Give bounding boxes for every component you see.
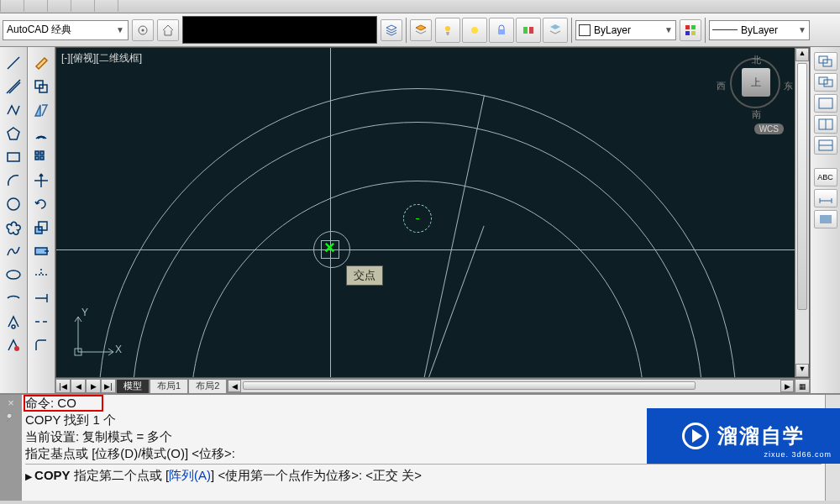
- workspace-settings-button[interactable]: [132, 19, 154, 41]
- svg-rect-10: [691, 31, 696, 35]
- svg-point-2: [445, 26, 450, 31]
- svg-rect-30: [819, 98, 832, 108]
- wrench-icon[interactable]: [4, 411, 18, 424]
- svg-point-15: [14, 346, 19, 351]
- scroll-down-button[interactable]: ▼: [795, 364, 809, 377]
- viewport-label[interactable]: [-][俯视][二维线框]: [61, 51, 142, 66]
- chevron-down-icon: ▼: [664, 25, 673, 34]
- svg-rect-28: [819, 77, 827, 84]
- scroll-thumb[interactable]: [797, 63, 807, 310]
- rectangle-tool[interactable]: [3, 146, 24, 168]
- spline-tool[interactable]: [3, 240, 24, 262]
- hscroll-right-button[interactable]: ▶: [780, 380, 794, 392]
- tab-last-button[interactable]: ▶|: [101, 379, 116, 393]
- array-tool[interactable]: [30, 146, 52, 168]
- move-tool[interactable]: [30, 170, 52, 192]
- watermark-sub: zixue. 3d66.com: [764, 450, 832, 459]
- erase-tool[interactable]: [30, 52, 52, 74]
- ucs-icon: X Y: [71, 308, 122, 362]
- break-tool[interactable]: [30, 311, 52, 333]
- draw-toolbar: [0, 47, 28, 393]
- mirror-tool[interactable]: [30, 99, 52, 121]
- tab-prev-button[interactable]: ◀: [71, 379, 86, 393]
- lineweight-label: ByLayer: [741, 24, 778, 36]
- arc-tool[interactable]: [3, 170, 24, 192]
- svg-rect-19: [40, 151, 44, 155]
- viewcube-east: 东: [784, 80, 793, 92]
- layer-on-button[interactable]: [435, 18, 460, 43]
- polyline-tool[interactable]: [3, 99, 24, 121]
- offset-tool[interactable]: [30, 123, 52, 144]
- home-button[interactable]: [157, 19, 179, 41]
- close-icon[interactable]: ×: [8, 396, 14, 409]
- scroll-up-button[interactable]: ▲: [795, 48, 809, 61]
- right-toolbar: ABC: [810, 47, 840, 393]
- color-picker-button[interactable]: [680, 19, 701, 41]
- drawing-canvas[interactable]: [-][俯视][二维线框] × 交点 X Y: [55, 47, 810, 378]
- rotate-tool[interactable]: [30, 193, 52, 215]
- layer-match-button[interactable]: [543, 18, 568, 43]
- layer-freeze-button[interactable]: [462, 18, 487, 43]
- trim-tool[interactable]: [30, 264, 52, 286]
- layer-properties-button[interactable]: [410, 19, 432, 41]
- text-style-button[interactable]: ABC: [814, 168, 837, 186]
- vertical-scrollbar[interactable]: ▲ ▼: [795, 48, 809, 377]
- command-bar-handle[interactable]: ×: [0, 395, 22, 501]
- layer-manager-button[interactable]: [381, 19, 402, 41]
- insert-block-tool[interactable]: [3, 311, 24, 333]
- workspace-dropdown[interactable]: AutoCAD 经典 ▼: [3, 20, 129, 40]
- make-block-tool[interactable]: [3, 334, 24, 356]
- wcs-badge[interactable]: WCS: [754, 123, 784, 134]
- ellipse-arc-tool[interactable]: [3, 287, 24, 309]
- polygon-tool[interactable]: [3, 123, 24, 144]
- viewport-clip-button[interactable]: [814, 136, 837, 155]
- scale-tool[interactable]: [30, 217, 52, 239]
- viewcube-top-face[interactable]: 上: [742, 68, 770, 97]
- tab-layout1[interactable]: 布局1: [150, 379, 188, 393]
- window-tile-button[interactable]: [814, 52, 837, 71]
- horizontal-scrollbar[interactable]: ◀ ▶: [227, 379, 795, 393]
- stretch-tool[interactable]: [30, 240, 52, 262]
- revision-cloud-tool[interactable]: [3, 217, 24, 239]
- viewcube-south: 南: [752, 108, 761, 121]
- cmd-line-5b: 指定第二个点或 [: [71, 468, 170, 482]
- tab-next-button[interactable]: ▶: [86, 379, 101, 393]
- color-swatch-icon: [579, 24, 591, 36]
- cmd-line-5a: COPY: [34, 468, 71, 482]
- tab-first-button[interactable]: |◀: [55, 379, 71, 393]
- viewcube-north: 北: [752, 54, 761, 66]
- snap-marker-icon: ×: [324, 237, 335, 259]
- window-cascade-button[interactable]: [814, 73, 837, 92]
- tab-model[interactable]: 模型: [116, 379, 150, 393]
- hscroll-left-button[interactable]: ◀: [228, 380, 241, 392]
- dimension-style-button[interactable]: [814, 189, 837, 207]
- viewcube[interactable]: 北 南 东 西 上: [718, 56, 794, 85]
- line-tool[interactable]: [3, 52, 24, 74]
- layout-quick-button[interactable]: ▦: [795, 379, 810, 393]
- svg-rect-4: [498, 29, 505, 34]
- ellipse-tool[interactable]: [3, 264, 24, 286]
- fillet-tool[interactable]: [30, 334, 52, 356]
- layer-lock-button[interactable]: [489, 18, 514, 43]
- circle-tool[interactable]: [3, 193, 24, 215]
- drawing-area-wrapper: [-][俯视][二维线框] × 交点 X Y: [55, 47, 810, 393]
- color-dropdown[interactable]: ByLayer ▼: [575, 20, 676, 40]
- cmd-prompt-icon: [25, 468, 34, 482]
- chevron-down-icon: ▼: [116, 25, 124, 34]
- viewport-single-button[interactable]: [814, 94, 837, 113]
- layer-color-button[interactable]: [516, 18, 541, 43]
- lineweight-dropdown[interactable]: ByLayer ▼: [709, 20, 810, 40]
- copy-tool[interactable]: [30, 76, 52, 97]
- workspace-name: AutoCAD 经典: [7, 23, 71, 37]
- svg-rect-11: [8, 153, 19, 161]
- tab-layout2[interactable]: 布局2: [188, 379, 227, 393]
- construction-line-tool[interactable]: [3, 76, 24, 97]
- svg-rect-6: [529, 27, 533, 34]
- layer-state-dropdown[interactable]: [182, 16, 377, 44]
- hscroll-thumb[interactable]: [243, 381, 696, 390]
- render-button[interactable]: [814, 210, 837, 228]
- extend-tool[interactable]: [30, 287, 52, 309]
- viewport-poly-button[interactable]: [814, 115, 837, 134]
- cmd-line-5c[interactable]: 阵列(A): [169, 468, 211, 482]
- play-icon: [682, 423, 709, 449]
